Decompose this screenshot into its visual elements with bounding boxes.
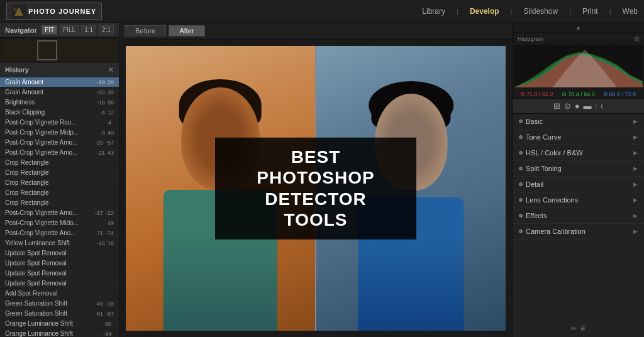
- history-item[interactable]: Grain Amount -1920: [0, 77, 119, 87]
- section-left: Basic: [519, 118, 543, 125]
- history-item[interactable]: Orange Luminance Shift -30: [0, 319, 119, 329]
- histogram-red-value: R 71.0 / 62.2: [521, 91, 553, 97]
- section-expand-icon: ▶: [633, 197, 638, 203]
- nav-sep-2: |: [511, 8, 513, 15]
- history-item[interactable]: Green Saturation Shift -61-67: [0, 309, 119, 319]
- panel-sections: Basic ▶ Tone Curve ▶ HSL / Color / B&W ▶…: [513, 114, 644, 319]
- nav-develop[interactable]: Develop: [470, 7, 499, 16]
- nav-web[interactable]: Web: [623, 7, 638, 16]
- history-item[interactable]: Crop Rectangle: [0, 168, 119, 178]
- history-item[interactable]: Crop Rectangle: [0, 198, 119, 208]
- panel-section-tone-curve[interactable]: Tone Curve ▶: [513, 130, 644, 145]
- section-label: Detail: [526, 180, 543, 188]
- scroll-up-area: ▲: [513, 23, 644, 33]
- adjustment-arrow-icon[interactable]: ⟨: [601, 102, 603, 109]
- nav-library[interactable]: Library: [422, 7, 445, 16]
- history-close-button[interactable]: ✕: [108, 65, 114, 74]
- section-left: Effects: [519, 212, 547, 219]
- history-item-name: Grain Amount: [5, 79, 97, 86]
- history-item[interactable]: Crop Rectangle: [0, 158, 119, 168]
- histogram-blue-value: B 66.9 / 72.8: [604, 91, 636, 97]
- spot-removal-icon[interactable]: ⊙: [564, 101, 571, 111]
- panel-section-basic[interactable]: Basic ▶: [513, 114, 644, 130]
- section-label: Tone Curve: [526, 133, 561, 141]
- section-label: Camera Calibration: [526, 228, 586, 235]
- history-item-name: Post-Crop Vignette Amo...: [5, 209, 95, 216]
- history-item[interactable]: Post-Crop Vignette Rou... -4: [0, 118, 119, 128]
- history-item-name: Update Spot Removal: [5, 280, 111, 287]
- nav-slideshow[interactable]: Slideshow: [523, 7, 558, 16]
- section-dot-icon: [519, 182, 523, 186]
- history-item[interactable]: Post-Crop Vignette Amo... -2143: [0, 148, 119, 158]
- history-item[interactable]: Grain Amount -5539: [0, 87, 119, 97]
- zoom-2to1-button[interactable]: 2:1: [99, 25, 114, 35]
- history-item[interactable]: Post-Crop Vignette Amo... -17-22: [0, 208, 119, 218]
- zoom-1to1-button[interactable]: 1:1: [81, 25, 96, 35]
- history-item-name: Orange Luminance Shift: [5, 320, 103, 327]
- history-item-name: Yellow Luminance Shift: [5, 240, 97, 246]
- history-item-name: Crop Rectangle: [5, 199, 111, 206]
- view-tabs-bar: Before After: [119, 23, 512, 40]
- logo-text: PHOTO JOURNEY: [28, 8, 96, 15]
- history-item[interactable]: Orange Luminance Shift -34: [0, 329, 119, 337]
- section-label: Basic: [526, 118, 543, 125]
- history-item[interactable]: Post-Crop Vignette Midp... -940: [0, 128, 119, 138]
- history-item[interactable]: Update Spot Removal: [0, 258, 119, 268]
- history-item[interactable]: Green Saturation Shift -49-18: [0, 299, 119, 309]
- panel-section-camera-calibration[interactable]: Camera Calibration ▶: [513, 224, 644, 240]
- history-item-values: 49: [105, 220, 114, 226]
- navigator-preview: [0, 38, 119, 63]
- history-item[interactable]: Update Spot Removal: [0, 279, 119, 289]
- logo-icon: [12, 4, 26, 18]
- zoom-fill-button[interactable]: FILL: [60, 25, 79, 35]
- history-item-values: -4: [106, 119, 114, 126]
- section-dot-icon: [519, 229, 523, 233]
- section-dot-icon: [519, 214, 523, 218]
- history-item-name: Post-Crop Vignette Amo...: [5, 149, 97, 156]
- panel-section-hsl[interactable]: HSL / Color / B&W ▶: [513, 145, 644, 161]
- history-item[interactable]: Yellow Luminance Shift -1616: [0, 238, 119, 248]
- history-item-name: Black Clipping: [5, 109, 100, 116]
- histogram-canvas: [514, 45, 643, 90]
- crop-tool-icon[interactable]: ⊞: [553, 101, 560, 111]
- history-item-values: 71-74: [97, 230, 114, 236]
- history-item-values: -17-22: [95, 210, 114, 216]
- history-item-name: Post-Crop Vignette Amo...: [5, 139, 95, 146]
- history-item[interactable]: Update Spot Removal: [0, 268, 119, 279]
- section-expand-icon: ▶: [633, 181, 638, 187]
- history-item-name: Update Spot Removal: [5, 270, 111, 277]
- nav-print[interactable]: Print: [582, 7, 598, 16]
- section-left: Camera Calibration: [519, 228, 586, 235]
- section-expand-icon: ▶: [633, 228, 638, 235]
- scroll-up-arrow-icon[interactable]: ▲: [575, 24, 582, 31]
- panel-section-split-toning[interactable]: Split Toning ▶: [513, 161, 644, 177]
- history-item[interactable]: Post-Crop Vignette Ano... 71-74: [0, 228, 119, 238]
- section-left: Lens Corrections: [519, 196, 578, 204]
- history-item-values: -61-67: [95, 311, 114, 317]
- histogram-expand-icon[interactable]: ⊞: [634, 35, 639, 42]
- history-item[interactable]: Crop Rectangle: [0, 178, 119, 188]
- section-left: Tone Curve: [519, 133, 561, 141]
- history-item[interactable]: Post-Crop Vignette Amo... -20-57: [0, 138, 119, 148]
- left-panel: Navigator FIT FILL 1:1 2:1 History ✕ Gra…: [0, 23, 119, 337]
- nav-links: Library | Develop | Slideshow | Print | …: [422, 7, 638, 16]
- section-expand-icon: ▶: [633, 150, 638, 156]
- panel-section-effects[interactable]: Effects ▶: [513, 208, 644, 224]
- overlay-text-box: BEST PHOTOSHOP DETECTOR TOOLS: [215, 137, 416, 239]
- gradient-tool-icon[interactable]: ▬: [584, 101, 592, 111]
- history-item-values: -2143: [97, 150, 114, 156]
- after-tab[interactable]: After: [169, 25, 204, 36]
- history-item[interactable]: Black Clipping -412: [0, 108, 119, 118]
- before-tab[interactable]: Before: [125, 25, 166, 36]
- panel-section-detail[interactable]: Detail ▶: [513, 177, 644, 192]
- panel-section-lens-corrections[interactable]: Lens Corrections ▶: [513, 192, 644, 208]
- history-item[interactable]: Add Spot Removal: [0, 289, 119, 299]
- history-item[interactable]: Post-Crop Vignette Mido... 49: [0, 218, 119, 228]
- history-item[interactable]: Update Spot Removal: [0, 248, 119, 258]
- section-label: Lens Corrections: [526, 196, 578, 204]
- red-eye-icon[interactable]: ●: [575, 101, 580, 111]
- history-item[interactable]: Crop Rectangle: [0, 188, 119, 198]
- zoom-fit-button[interactable]: FIT: [42, 25, 57, 35]
- history-item[interactable]: Brightness -1688: [0, 97, 119, 108]
- section-label: HSL / Color / B&W: [526, 149, 583, 157]
